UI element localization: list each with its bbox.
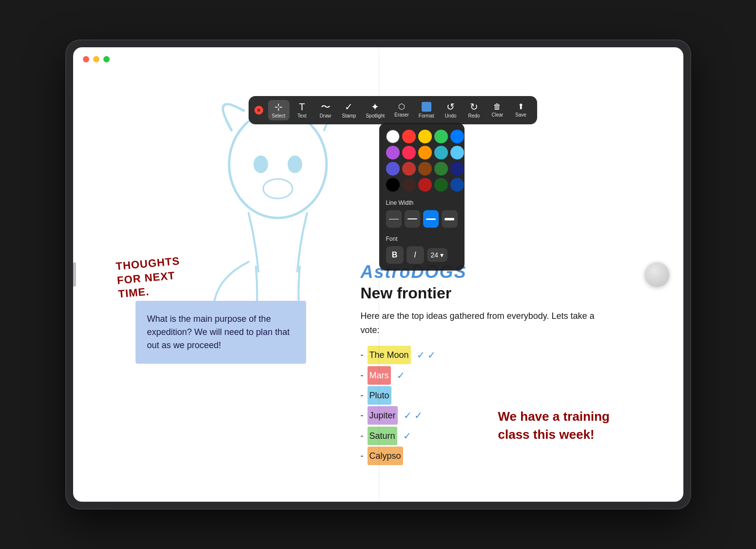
svg-point-1 (253, 156, 268, 173)
traffic-light-green[interactable] (103, 56, 110, 62)
select-icon: ⊹ (274, 102, 283, 112)
save-icon: ⬆ (518, 103, 524, 111)
lw-extrathick-line (445, 218, 454, 220)
right-scroller[interactable] (644, 262, 670, 287)
color-black[interactable] (386, 178, 400, 192)
left-scroll-handle (73, 262, 76, 287)
color-darkblue[interactable] (450, 178, 464, 192)
redo-icon: ↻ (470, 102, 478, 112)
spotlight-label: Spotlight (366, 113, 385, 118)
color-teal[interactable] (434, 146, 448, 159)
toolbar-undo[interactable]: ↺ Undo (440, 100, 461, 120)
toolbar-text[interactable]: T Text (291, 100, 313, 120)
vote-item-moon: - The Moon ✓ ✓ (361, 345, 595, 365)
toolbar-eraser[interactable]: ⬡ Eraser (390, 101, 412, 119)
vote-dash-calypso: - (361, 447, 364, 465)
color-darkred[interactable] (418, 178, 432, 192)
italic-button[interactable]: I (407, 246, 424, 264)
toolbar-select[interactable]: ⊹ Select (268, 100, 290, 120)
draw-icon: 〜 (321, 102, 330, 112)
sticky-note-text: What is the main purpose of the expediti… (147, 314, 290, 350)
color-grid (386, 130, 458, 192)
lw-extra-thick[interactable] (442, 210, 457, 228)
color-white[interactable] (386, 130, 400, 143)
redo-label: Redo (468, 113, 480, 118)
lw-thick-line (426, 218, 436, 220)
vote-item-pluto: - Pluto (361, 386, 595, 405)
color-navy[interactable] (450, 162, 464, 176)
draw-label: Draw (320, 113, 331, 118)
jupiter-highlight: Jupiter (368, 406, 398, 425)
saturn-checks: ✓ (403, 426, 411, 446)
text-icon: T (299, 102, 305, 112)
format-popup: Line Width Font B I (379, 123, 465, 271)
toolbar-close-button[interactable] (254, 106, 263, 115)
line-width-label: Line Width (386, 199, 458, 206)
lw-thin-line (389, 219, 399, 219)
mars-checks: ✓ (397, 366, 405, 385)
lw-medium-line (407, 218, 417, 219)
color-pink[interactable] (402, 146, 416, 159)
format-icon (422, 102, 431, 112)
toolbar-spotlight[interactable]: ✦ Spotlight (362, 100, 388, 120)
svg-point-0 (229, 111, 327, 218)
jupiter-checks: ✓ ✓ (404, 406, 423, 425)
bold-button[interactable]: B (386, 246, 404, 264)
traffic-light-red[interactable] (83, 56, 89, 62)
svg-point-3 (263, 179, 292, 198)
text-label: Text (297, 113, 306, 118)
vote-dash-jupiter: - (361, 407, 364, 424)
toolbar-stamp[interactable]: ✓ Stamp (338, 100, 360, 120)
toolbar-clear[interactable]: 🗑 Clear (486, 101, 508, 119)
new-frontier-title: New frontier (361, 284, 595, 302)
color-crimson[interactable] (402, 162, 416, 176)
color-red[interactable] (402, 130, 416, 143)
moon-checks: ✓ ✓ (417, 345, 436, 365)
format-label: Format (419, 113, 434, 118)
eraser-label: Eraser (394, 112, 408, 118)
vote-list: - The Moon ✓ ✓ - Mars ✓ - Pluto (361, 345, 595, 465)
stamp-icon: ✓ (345, 102, 353, 112)
toolbar-draw[interactable]: 〜 Draw (315, 100, 336, 120)
sticky-note: What is the main purpose of the expediti… (136, 301, 306, 364)
color-sky[interactable] (450, 146, 464, 159)
toolbar: ⊹ Select T Text 〜 Draw ✓ Stamp ✦ Spotlig… (249, 96, 538, 124)
color-darkbrown[interactable] (402, 178, 416, 192)
color-orange[interactable] (418, 146, 432, 159)
color-indigo[interactable] (386, 162, 400, 176)
traffic-lights (83, 56, 110, 62)
description-text: Here are the top ideas gathered from eve… (361, 309, 595, 337)
stamp-label: Stamp (342, 113, 356, 118)
vote-dash-saturn: - (361, 427, 364, 445)
saturn-highlight: Saturn (368, 427, 397, 445)
toolbar-format[interactable]: Format (415, 100, 438, 120)
handwritten-training: We have a training class this week! (498, 408, 635, 443)
clear-icon: 🗑 (493, 103, 501, 111)
training-line2: class this week! (498, 426, 635, 443)
vote-dash-moon: - (361, 346, 364, 364)
font-size-picker[interactable]: 24 ▾ (427, 248, 448, 262)
toolbar-redo[interactable]: ↻ Redo (463, 100, 485, 120)
traffic-light-yellow[interactable] (93, 56, 99, 62)
font-row: B I 24 ▾ (386, 246, 458, 264)
color-green[interactable] (434, 130, 448, 143)
color-darkgreen[interactable] (434, 162, 448, 176)
vote-dash-mars: - (361, 367, 364, 384)
color-yellow[interactable] (418, 130, 432, 143)
color-brown[interactable] (418, 162, 432, 176)
calypso-highlight: Calypso (368, 447, 403, 465)
lw-medium[interactable] (405, 210, 420, 228)
svg-point-2 (288, 156, 302, 173)
clear-label: Clear (492, 112, 504, 118)
color-blue[interactable] (450, 130, 464, 143)
lw-thin[interactable] (386, 210, 402, 228)
vote-item-calypso: - Calypso (361, 447, 595, 465)
eraser-icon: ⬡ (398, 103, 405, 111)
vote-dash-pluto: - (361, 387, 364, 404)
lw-thick[interactable] (423, 210, 439, 228)
color-forestgreen[interactable] (434, 178, 448, 192)
color-purple[interactable] (386, 146, 400, 159)
vote-item-mars: - Mars ✓ (361, 366, 595, 385)
toolbar-save[interactable]: ⬆ Save (510, 101, 531, 119)
device-screen: What is the main purpose of the expediti… (73, 47, 683, 502)
